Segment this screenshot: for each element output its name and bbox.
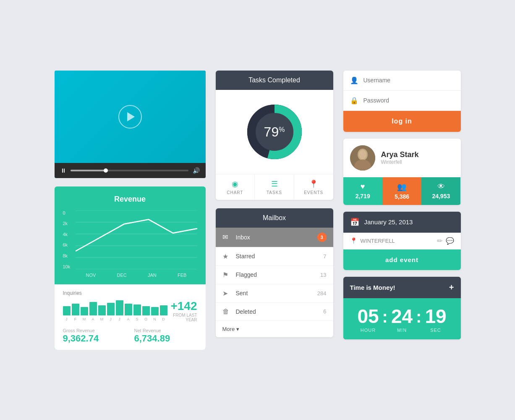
stat-likes[interactable]: ♥ 2,719 [343, 177, 382, 205]
sent-icon: ➤ [222, 289, 231, 297]
sent-label: Sent [236, 290, 317, 297]
heart-icon: ♥ [361, 182, 365, 191]
profile-location: Winterfell [381, 159, 419, 165]
mailbox-card: Mailbox ✉ Inbox 3 ★ Starred 7 ⚑ Flagged … [216, 208, 333, 337]
bar-o [142, 306, 150, 315]
bar-n [151, 307, 159, 315]
pause-button[interactable]: ⏸ [60, 167, 66, 174]
stat-followers[interactable]: 👥 5,386 [382, 177, 421, 205]
min-label: MIN [397, 328, 407, 333]
bar-a [89, 302, 97, 315]
y-axis-labels: 10k 8k 6k 4k 2k 0 [63, 210, 75, 269]
tab-tasks-label: TASKS [267, 190, 282, 195]
username-input[interactable] [363, 77, 454, 84]
timer-plus-button[interactable]: + [449, 283, 454, 292]
inq-from-label: FROM LAST YEAR [167, 313, 197, 322]
chart-icon: ◉ [232, 179, 238, 189]
inquiries-bars [63, 300, 167, 315]
mail-item-starred[interactable]: ★ Starred 7 [216, 247, 333, 266]
inquiries-section: Inquiries [55, 284, 206, 350]
progress-thumb [104, 168, 108, 173]
gross-label: Gross Revenue [63, 328, 126, 333]
revenue-card: Revenue 10k 8k 6k 4k 2k 0 [55, 186, 206, 350]
bar-j2 [107, 303, 115, 315]
timer-body: 05 HOUR : 24 MIN : 19 SEC [343, 298, 461, 339]
stat-views[interactable]: 👁 24,953 [421, 177, 460, 205]
volume-icon[interactable]: 🔊 [193, 167, 200, 174]
starred-icon: ★ [222, 252, 231, 260]
starred-count: 7 [323, 253, 326, 260]
column-2: Tasks Completed 79% ◉ [216, 71, 333, 337]
timer-title: Time is Money! [350, 284, 395, 291]
events-icon: 📍 [309, 179, 318, 189]
calendar-icon: 📅 [350, 218, 359, 227]
timer-card: Time is Money! + 05 HOUR : 24 MIN : 19 S… [343, 277, 461, 339]
login-button[interactable]: log in [343, 111, 461, 132]
bar-d [160, 305, 167, 315]
hour-label: HOUR [361, 328, 376, 333]
bar-j [63, 306, 71, 315]
deleted-count: 6 [323, 308, 326, 315]
revenue-title: Revenue [63, 195, 197, 204]
inquiries-row: JFM AMJ JAS OND +142 FROM LAST YEAR [63, 299, 197, 322]
sec-label: SEC [430, 328, 441, 333]
calendar-body: 📍 WINTERFELL ✏ 💬 [343, 233, 461, 249]
mail-more-button[interactable]: More ▾ [216, 321, 333, 337]
sent-count: 284 [317, 290, 327, 297]
revenue-stats: Gross Revenue 9,362.74 Net Revenue 6,734… [63, 328, 197, 344]
donut-label: 79% [264, 124, 285, 139]
inq-x-labels: JFM AMJ JAS OND [63, 317, 167, 321]
video-controls: ⏸ 🔊 [55, 163, 206, 178]
chart-area: 10k 8k 6k 4k 2k 0 [63, 210, 197, 278]
inquiries-label: Inquiries [63, 290, 197, 296]
edit-icon[interactable]: ✏ [437, 237, 442, 245]
mail-item-inbox[interactable]: ✉ Inbox 3 [216, 228, 333, 247]
followers-icon: 👥 [397, 182, 406, 192]
tab-chart[interactable]: ◉ CHART [216, 174, 255, 200]
avatar [350, 145, 375, 171]
net-label: Net Revenue [134, 328, 197, 333]
flagged-count: 13 [320, 272, 326, 278]
video-screen[interactable] [55, 71, 206, 163]
location-pin-icon: 📍 [350, 237, 357, 244]
profile-name: Arya Stark [381, 150, 419, 159]
inq-plus-value: +142 [167, 299, 197, 313]
timer-minutes: 24 MIN [391, 307, 413, 333]
tab-events[interactable]: 📍 EVENTS [294, 174, 333, 200]
password-field-container: 🔒 [343, 91, 461, 111]
hour-value: 05 [357, 307, 379, 326]
mail-item-flagged[interactable]: ⚑ Flagged 13 [216, 266, 333, 284]
followers-value: 5,386 [395, 193, 409, 200]
gross-revenue: Gross Revenue 9,362.74 [63, 328, 126, 344]
flagged-label: Flagged [236, 271, 321, 278]
add-event-button[interactable]: add event [343, 249, 461, 270]
donut-percent: 79 [264, 124, 279, 139]
user-icon: 👤 [350, 76, 358, 84]
timer-seconds: 19 SEC [425, 307, 446, 333]
gross-value: 9,362.74 [63, 333, 126, 344]
deleted-label: Deleted [236, 308, 324, 315]
profile-info: Arya Stark Winterfell [343, 139, 461, 177]
profile-text: Arya Stark Winterfell [381, 150, 419, 165]
password-input[interactable] [363, 97, 454, 104]
svg-point-12 [359, 150, 366, 159]
play-button[interactable] [118, 105, 142, 129]
mail-item-sent[interactable]: ➤ Sent 284 [216, 284, 333, 303]
timer-hours: 05 HOUR [357, 307, 379, 333]
tasks-tabs: ◉ CHART ☰ TASKS 📍 EVENTS [216, 174, 333, 200]
inbox-badge: 3 [317, 233, 327, 242]
min-value: 24 [391, 307, 413, 326]
tasks-card: Tasks Completed 79% ◉ [216, 71, 333, 200]
tab-events-label: EVENTS [304, 190, 323, 195]
chat-icon[interactable]: 💬 [446, 237, 454, 245]
tasks-header: Tasks Completed [216, 71, 333, 90]
column-3: 👤 🔒 log in [343, 71, 461, 339]
colon-2: : [416, 307, 421, 326]
x-axis-labels: NOV DEC JAN FEB [76, 273, 197, 278]
tab-tasks[interactable]: ☰ TASKS [255, 174, 294, 200]
progress-bar[interactable] [71, 170, 188, 171]
mail-item-deleted[interactable]: 🗑 Deleted 6 [216, 303, 333, 321]
flagged-icon: ⚑ [222, 271, 231, 279]
tasks-icon: ☰ [271, 179, 278, 189]
net-value: 6,734.89 [134, 333, 197, 344]
